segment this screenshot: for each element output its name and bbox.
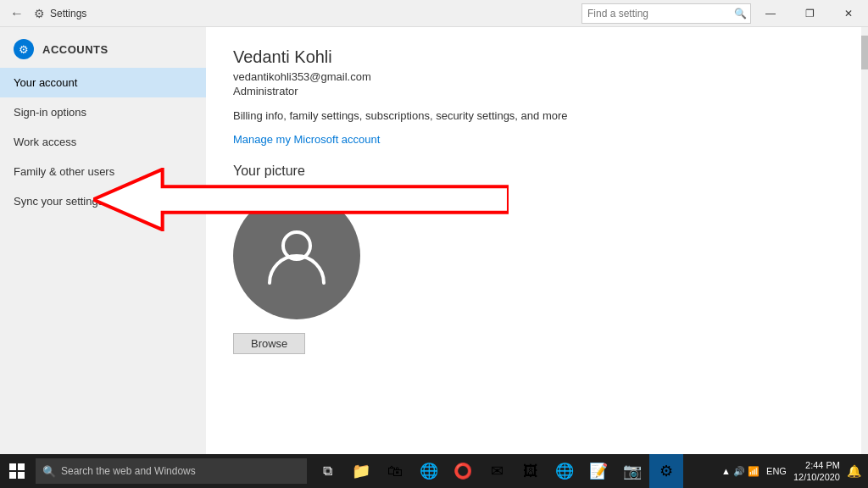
svg-rect-4 [9, 472, 16, 479]
sidebar-item-sync-settings[interactable]: Sync your settings [0, 186, 206, 216]
taskbar: 🔍 Search the web and Windows ⧉ 📁 🛍 🌐 ⭕ ✉… [0, 454, 868, 488]
windows-icon [9, 463, 25, 479]
taskbar-icons: ⧉ 📁 🛍 🌐 ⭕ ✉ 🖼 🌐 📝 📷 ⚙ [310, 454, 683, 488]
word-icon[interactable]: 📝 [581, 454, 615, 488]
settings-icon: ⚙ [34, 7, 45, 20]
sidebar-title: ACCOUNTS [42, 43, 108, 56]
person-icon [263, 222, 331, 290]
avatar [233, 192, 360, 319]
search-input[interactable] [582, 8, 734, 19]
language-indicator: ENG [766, 466, 787, 476]
minimize-button[interactable]: — [751, 0, 790, 27]
window-title: Settings [50, 8, 86, 19]
user-description: Billing info, family settings, subscript… [233, 108, 657, 125]
store-icon[interactable]: 🛍 [378, 454, 412, 488]
camera-icon[interactable]: 📷 [615, 454, 649, 488]
content-area: Vedanti Kohli vedantikohli353@gmail.com … [206, 27, 868, 454]
system-tray-icons: ▲ 🔊 📶 [721, 466, 760, 477]
settings-taskbar-icon[interactable]: ⚙ [649, 454, 683, 488]
svg-rect-3 [18, 463, 25, 470]
close-button[interactable]: ✕ [829, 0, 868, 27]
task-view-icon[interactable]: ⧉ [310, 454, 344, 488]
edge-icon[interactable]: 🌐 [412, 454, 446, 488]
taskbar-search[interactable]: 🔍 Search the web and Windows [36, 458, 307, 484]
clock-time: 2:44 PM [793, 459, 840, 471]
sidebar: ⚙ ACCOUNTS Your account Sign-in options … [0, 27, 206, 454]
sidebar-item-your-account[interactable]: Your account [0, 68, 206, 97]
maximize-button[interactable]: ❐ [790, 0, 829, 27]
taskbar-clock[interactable]: 2:44 PM 12/10/2020 [793, 459, 840, 484]
sidebar-header: ⚙ ACCOUNTS [0, 27, 206, 68]
start-button[interactable] [0, 454, 34, 488]
taskbar-search-icon: 🔍 [42, 465, 56, 478]
back-button[interactable]: ← [0, 0, 34, 27]
manage-account-link[interactable]: Manage my Microsoft account [233, 133, 380, 146]
notification-icon[interactable]: 🔔 [847, 464, 861, 478]
svg-rect-2 [9, 463, 16, 470]
accounts-icon: ⚙ [14, 39, 34, 59]
scrollbar-thumb[interactable] [861, 36, 868, 69]
user-role: Administrator [233, 85, 841, 97]
search-icon: 🔍 [734, 8, 750, 19]
mail-icon[interactable]: ✉ [480, 454, 514, 488]
clock-date: 12/10/2020 [793, 471, 840, 483]
opera-icon[interactable]: ⭕ [446, 454, 480, 488]
sidebar-nav: Your account Sign-in options Work access… [0, 68, 206, 216]
sidebar-item-work-access[interactable]: Work access [0, 127, 206, 157]
sidebar-item-family-other-users[interactable]: Family & other users [0, 157, 206, 186]
scrollbar-track[interactable] [861, 27, 868, 454]
photos-icon[interactable]: 🖼 [514, 454, 548, 488]
svg-rect-5 [18, 472, 25, 479]
sidebar-item-sign-in-options[interactable]: Sign-in options [0, 97, 206, 127]
browse-button[interactable]: Browse [233, 333, 305, 354]
picture-section-title: Your picture [233, 164, 841, 179]
user-email: vedantikohli353@gmail.com [233, 70, 841, 83]
chrome-icon[interactable]: 🌐 [548, 454, 581, 488]
user-name: Vedanti Kohli [233, 47, 841, 67]
taskbar-search-placeholder: Search the web and Windows [61, 465, 196, 477]
taskbar-right: ▲ 🔊 📶 ENG 2:44 PM 12/10/2020 🔔 [721, 459, 868, 484]
file-explorer-icon[interactable]: 📁 [344, 454, 378, 488]
